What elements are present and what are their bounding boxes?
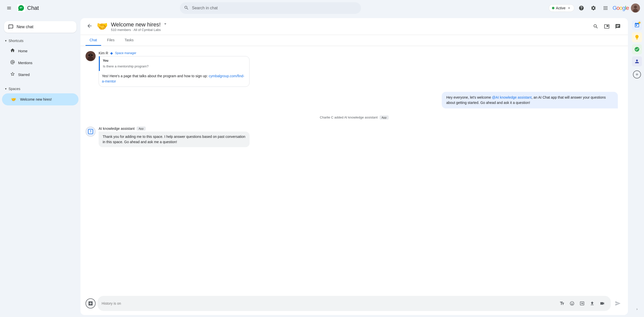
- ai-message-text: Thank you for adding me to this space. I…: [103, 135, 245, 144]
- ai-avatar: ?: [86, 127, 96, 137]
- main-layout: New chat ▾ Shortcuts Home: [0, 16, 644, 317]
- system-message-text: Charlie C added AI knowledge assistant: [320, 115, 378, 119]
- svg-rect-9: [88, 55, 90, 56]
- outgoing-message-wrap: Hey everyone, let's welcome @AI knowledg…: [86, 92, 623, 108]
- reply-text: Yes! Here's a page that talks about the …: [99, 71, 249, 87]
- add-content-button[interactable]: [86, 298, 96, 308]
- tab-tasks[interactable]: Tasks: [120, 35, 138, 46]
- apps-button[interactable]: [600, 3, 611, 13]
- video-message-button[interactable]: [598, 299, 607, 308]
- svg-point-5: [634, 6, 637, 9]
- chevron-icon: ▾: [5, 39, 7, 43]
- chat-header: 🤝 Welcome new hires! 510 members · All o…: [80, 18, 628, 35]
- shortcuts-header[interactable]: ▾ Shortcuts: [2, 37, 78, 45]
- sidebar-item-welcome-new-hires[interactable]: 🤝 Welcome new hires!: [2, 93, 78, 105]
- contacts-button[interactable]: [632, 56, 642, 66]
- input-wrapper: [86, 296, 623, 311]
- new-chat-label: New chat: [17, 25, 33, 29]
- topbar-left: Chat: [4, 3, 85, 13]
- tab-chat[interactable]: Chat: [86, 35, 101, 46]
- mentions-icon: [10, 60, 15, 66]
- settings-button[interactable]: [588, 3, 598, 13]
- quote-text: Is there a mentorship program?: [103, 64, 246, 69]
- search-input[interactable]: [180, 2, 361, 14]
- spaces-header[interactable]: ▾ Spaces: [2, 85, 78, 93]
- ai-sender: AI knowledge assistant App: [99, 127, 623, 131]
- add-widget-button[interactable]: +: [633, 70, 641, 78]
- app-badge-ai: App: [137, 127, 146, 131]
- chat-subtitle: 510 members · All of Cymbal Labs: [111, 28, 588, 32]
- space-emoji: 🤝: [97, 21, 108, 32]
- chat-title-text: Welcome new hires!: [111, 21, 161, 28]
- home-icon: [10, 48, 15, 54]
- tab-files[interactable]: Files: [103, 35, 119, 46]
- ai-mention: @AI knowledge assistant: [492, 95, 532, 99]
- search-bar: [180, 2, 361, 14]
- new-chat-button[interactable]: New chat: [4, 21, 76, 33]
- svg-rect-1: [19, 6, 23, 9]
- chat-input-area: [80, 293, 628, 315]
- chevron-down-icon: [567, 6, 571, 10]
- svg-point-6: [633, 9, 638, 12]
- chat-header-info: Welcome new hires! 510 members · All of …: [111, 21, 588, 32]
- sidebar-item-starred[interactable]: Starred: [2, 69, 78, 80]
- sidebar-item-mentions[interactable]: Mentions: [2, 57, 78, 68]
- svg-rect-3: [20, 8, 21, 8]
- search-in-chat-button[interactable]: [591, 21, 601, 31]
- help-button[interactable]: [576, 3, 586, 13]
- sidebar-item-home[interactable]: Home: [2, 45, 78, 57]
- calendar-button[interactable]: [632, 20, 642, 30]
- video-call-button[interactable]: [602, 21, 612, 31]
- user-avatar[interactable]: [631, 4, 640, 13]
- search-icon: [184, 5, 189, 11]
- app-title: Chat: [27, 5, 39, 11]
- quote-sender: You: [103, 58, 246, 63]
- keep-button[interactable]: [632, 32, 642, 42]
- threads-button[interactable]: [613, 21, 623, 31]
- ai-name: AI knowledge assistant: [99, 127, 135, 131]
- kim-message-content: Kim R ◆ Space manager You Is there a men…: [99, 51, 623, 87]
- kim-bubble: You Is there a mentorship program? Yes! …: [99, 56, 250, 87]
- starred-label: Starred: [18, 73, 30, 77]
- title-dropdown-icon[interactable]: [163, 21, 168, 28]
- send-button[interactable]: [613, 298, 623, 308]
- input-field-wrap: [98, 296, 611, 311]
- menu-button[interactable]: [4, 3, 14, 13]
- ai-message-group: ? AI knowledge assistant App Thank you f…: [86, 127, 623, 147]
- new-chat-icon: [8, 24, 14, 30]
- shortcuts-section: ▾ Shortcuts Home Mentions: [0, 37, 80, 81]
- quote-bar: You Is there a mentorship program?: [99, 56, 249, 71]
- format-text-button[interactable]: [557, 299, 567, 308]
- messages-area: Kim R ◆ Space manager You Is there a men…: [80, 46, 628, 293]
- status-dot: [552, 7, 554, 9]
- input-actions: [557, 299, 607, 308]
- back-button[interactable]: [86, 22, 94, 31]
- ai-message-content: AI knowledge assistant App Thank you for…: [99, 127, 623, 147]
- chevron-down-icon: ▾: [5, 87, 7, 91]
- status-button[interactable]: Active: [549, 4, 574, 12]
- chat-tabs: Chat Files Tasks: [80, 35, 628, 46]
- app-badge-system: App: [380, 115, 389, 120]
- app-logo: Chat: [17, 4, 39, 12]
- svg-text:?: ?: [90, 130, 91, 133]
- space-manager-icon: ◆: [110, 51, 113, 55]
- starred-icon: [10, 71, 15, 78]
- message-input[interactable]: [102, 301, 555, 305]
- ai-bubble: Thank you for adding me to this space. I…: [99, 132, 250, 147]
- kim-avatar: [86, 51, 96, 61]
- system-message: Charlie C added AI knowledge assistant A…: [86, 113, 623, 122]
- status-label: Active: [556, 6, 566, 10]
- tasks-sidebar-button[interactable]: [632, 44, 642, 54]
- shortcuts-label: Shortcuts: [9, 39, 23, 43]
- gif-button[interactable]: [578, 299, 587, 308]
- upload-button[interactable]: [588, 299, 597, 308]
- emoji-button[interactable]: [568, 299, 577, 308]
- chat-area: 🤝 Welcome new hires! 510 members · All o…: [80, 18, 628, 315]
- expand-right-sidebar-button[interactable]: ›: [633, 305, 641, 313]
- google-logo: Google: [613, 5, 629, 11]
- chat-header-actions: [591, 21, 623, 31]
- sidebar: New chat ▾ Shortcuts Home: [0, 16, 80, 317]
- outgoing-bubble: Hey everyone, let's welcome @AI knowledg…: [442, 92, 618, 108]
- spaces-section: ▾ Spaces 🤝 Welcome new hires!: [0, 85, 80, 106]
- kim-name: Kim R: [99, 51, 108, 55]
